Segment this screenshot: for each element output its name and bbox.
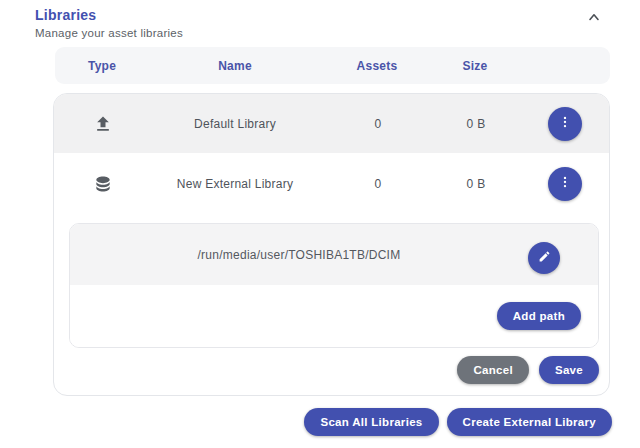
- form-actions: Cancel Save: [457, 356, 599, 384]
- library-size: 0 B: [467, 177, 486, 191]
- library-size: 0 B: [467, 117, 486, 131]
- library-name: New External Library: [177, 177, 293, 191]
- kebab-menu-icon: [558, 175, 572, 192]
- column-header-size: Size: [462, 59, 487, 73]
- table-row-new-external-library: New External Library 0 0 B: [54, 153, 609, 214]
- database-icon: [93, 174, 113, 194]
- page-subtitle: Manage your asset libraries: [35, 27, 183, 39]
- kebab-menu-icon: [558, 115, 572, 132]
- library-menu-button[interactable]: [548, 167, 582, 201]
- column-header-assets: Assets: [357, 59, 398, 73]
- section-header: Libraries Manage your asset libraries: [35, 7, 183, 39]
- bottom-actions: Scan All Libraries Create External Libra…: [304, 408, 612, 436]
- table-header-row: Type Name Assets Size: [55, 47, 610, 84]
- edit-path-button[interactable]: [528, 242, 560, 274]
- add-path-row: Add path: [70, 285, 598, 347]
- add-path-button[interactable]: Add path: [497, 302, 581, 330]
- library-path: /run/media/user/TOSHIBA1TB/DCIM: [70, 248, 528, 262]
- column-header-name: Name: [218, 59, 252, 73]
- library-name: Default Library: [194, 117, 276, 131]
- library-menu-button[interactable]: [548, 107, 582, 141]
- chevron-up-icon: [586, 9, 602, 28]
- library-assets: 0: [375, 177, 382, 191]
- path-row: /run/media/user/TOSHIBA1TB/DCIM: [70, 224, 598, 285]
- pencil-icon: [538, 250, 551, 266]
- path-editor-card: /run/media/user/TOSHIBA1TB/DCIM Add path: [69, 223, 599, 348]
- libraries-settings-panel: Libraries Manage your asset libraries Ty…: [0, 0, 640, 448]
- create-external-library-button[interactable]: Create External Library: [447, 408, 612, 436]
- upload-icon: [93, 114, 113, 134]
- column-header-type: Type: [88, 59, 116, 73]
- save-button[interactable]: Save: [539, 356, 599, 384]
- cancel-button[interactable]: Cancel: [457, 356, 529, 384]
- scan-all-libraries-button[interactable]: Scan All Libraries: [304, 408, 438, 436]
- library-assets: 0: [375, 117, 382, 131]
- page-title: Libraries: [35, 7, 183, 23]
- table-row-default-library: Default Library 0 0 B: [54, 94, 609, 153]
- libraries-card: Default Library 0 0 B New Ex: [53, 93, 610, 396]
- collapse-section-button[interactable]: [584, 8, 604, 28]
